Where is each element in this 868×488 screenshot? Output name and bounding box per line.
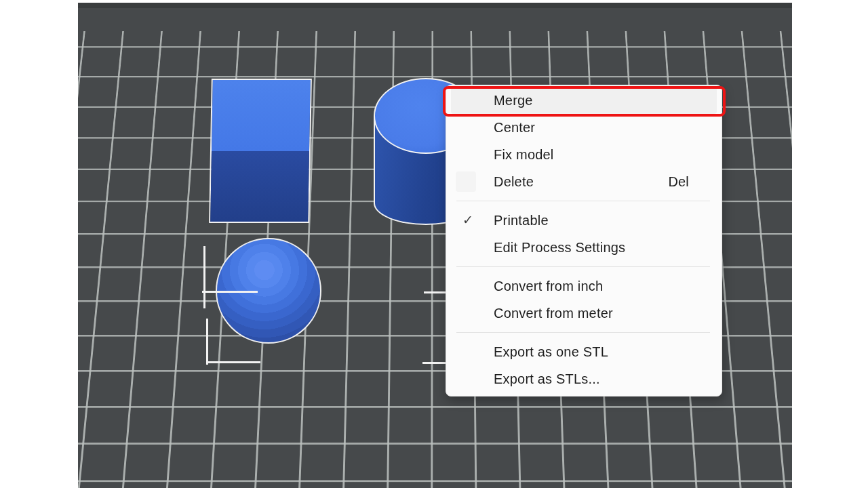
menu-item-label: Convert from inch <box>494 279 603 294</box>
menu-item-label: Center <box>494 120 535 136</box>
shortcut-del: Del <box>668 174 722 190</box>
menu-item-label: Edit Process Settings <box>494 240 625 256</box>
menu-item-label: Export as STLs... <box>494 371 600 387</box>
menu-item-merge[interactable]: Merge <box>451 87 717 114</box>
model-cube[interactable] <box>209 79 312 223</box>
menu-separator <box>456 201 710 201</box>
selection-bracket-right-tick-upper <box>424 291 446 293</box>
menu-item-label: Fix model <box>494 147 554 163</box>
menu-item-export-as-stls[interactable]: Export as STLs... <box>446 365 722 392</box>
menu-separator <box>456 266 710 267</box>
menu-item-printable[interactable]: ✓ Printable <box>446 207 722 234</box>
menu-item-label: Merge <box>494 93 533 108</box>
selection-bracket-corner-vertical <box>206 319 208 365</box>
menu-item-convert-from-inch[interactable]: Convert from inch <box>446 272 722 300</box>
menu-item-delete[interactable]: Delete Del <box>446 168 722 195</box>
cube-front-face <box>210 151 309 222</box>
menu-separator <box>456 332 710 333</box>
selection-bracket-corner-horizontal <box>206 361 260 363</box>
menu-item-label: Convert from meter <box>494 306 613 321</box>
cube-top-face <box>212 80 311 151</box>
plate-far-edge <box>78 3 792 8</box>
selection-bracket-left-vertical <box>203 246 205 308</box>
checkmark-icon: ✓ <box>462 212 473 228</box>
context-menu: Merge Center Fix model Delete Del ✓ Prin… <box>446 85 722 396</box>
selection-bracket-right-tick-lower <box>422 362 446 364</box>
menu-item-export-as-one-stl[interactable]: Export as one STL <box>446 338 722 365</box>
menu-item-convert-from-meter[interactable]: Convert from meter <box>446 300 722 327</box>
selection-bracket-left-tick <box>202 291 258 293</box>
menu-item-fix-model[interactable]: Fix model <box>446 141 722 168</box>
menu-item-label: Delete <box>494 174 534 190</box>
menu-item-edit-process-settings[interactable]: Edit Process Settings <box>446 234 722 261</box>
menu-item-label: Export as one STL <box>494 344 608 360</box>
menu-item-label: Printable <box>494 213 549 228</box>
menu-item-center[interactable]: Center <box>446 114 722 141</box>
delete-icon-placeholder <box>456 171 476 192</box>
